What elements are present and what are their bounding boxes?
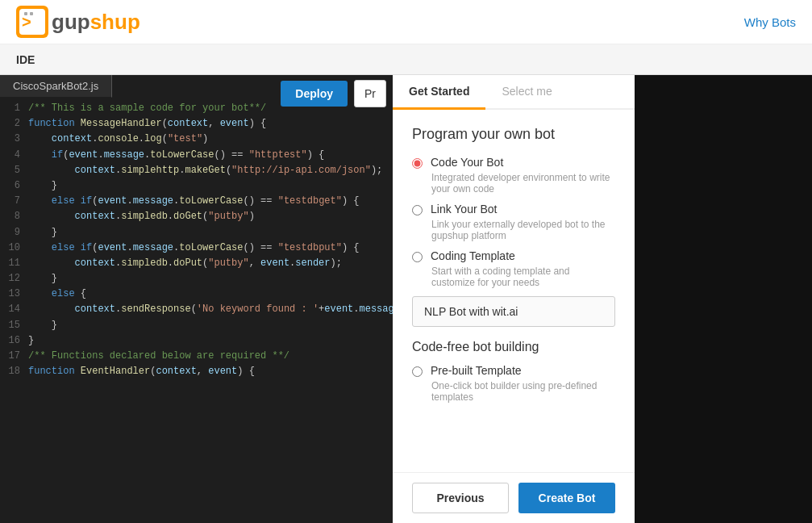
svg-text:>: > (22, 13, 31, 31)
logo-gup: gup (52, 10, 90, 34)
file-tab[interactable]: CiscoSparkBot2.js (0, 75, 112, 98)
radio-item-prebuilt: Pre-built Template (412, 364, 615, 377)
line-numbers: 12345 678910 1112131415 161718 (0, 101, 28, 379)
radio-desc-prebuilt: One-click bot builder using pre-defined … (431, 380, 615, 403)
tab-get-started[interactable]: Get Started (393, 75, 485, 110)
radio-prebuilt-template[interactable] (412, 366, 423, 377)
svg-rect-4 (30, 12, 33, 15)
radio-item-code-your-bot: Code Your Bot (412, 156, 615, 169)
setup-panel: Get Started Select me Program your own b… (393, 75, 635, 523)
svg-rect-3 (24, 12, 27, 15)
radio-desc-link-your-bot: Link your externally developed bot to th… (431, 219, 615, 241)
logo-shup: shup (90, 10, 140, 34)
code-editor-panel: Deploy Pr CiscoSparkBot2.js 12345 678910… (0, 75, 393, 523)
ide-bar: IDE (0, 44, 812, 75)
nlp-box: NLP Bot with wit.ai (412, 296, 615, 327)
ide-label: IDE (16, 53, 35, 66)
previous-button[interactable]: Previous (412, 483, 509, 513)
radio-label-coding-template[interactable]: Coding Template (431, 249, 515, 262)
section-title2: Code-free bot building (412, 340, 615, 354)
radio-item-coding-template: Coding Template (412, 249, 615, 262)
create-bot-button[interactable]: Create Bot (518, 483, 615, 513)
pr-button[interactable]: Pr (354, 80, 386, 107)
code-lines: /** This is a sample code for your bot**… (28, 101, 393, 379)
footer-buttons: Previous Create Bot (393, 472, 635, 523)
logo-text: gupshup (52, 10, 140, 35)
radio-coding-template[interactable] (412, 252, 423, 262)
header: > gupshup Why Bots (0, 0, 812, 44)
radio-code-your-bot[interactable] (412, 158, 423, 169)
radio-desc-coding-template: Start with a coding template and customi… (431, 266, 615, 288)
deploy-button[interactable]: Deploy (281, 81, 348, 107)
radio-label-code-your-bot[interactable]: Code Your Bot (431, 156, 503, 169)
radio-item-link-your-bot: Link Your Bot (412, 203, 615, 215)
radio-desc-code-your-bot: Integrated developer environment to writ… (431, 172, 615, 195)
radio-link-your-bot[interactable] (412, 205, 423, 215)
radio-label-link-your-bot[interactable]: Link Your Bot (431, 203, 498, 215)
dark-overlay (635, 75, 812, 523)
setup-content: Program your own bot Code Your Bot Integ… (393, 110, 635, 472)
deploy-bar: Deploy Pr (274, 75, 393, 112)
logo: > gupshup (16, 6, 140, 38)
tab-select-me[interactable]: Select me (485, 75, 568, 110)
logo-icon: > (16, 6, 48, 38)
tabs: Get Started Select me (393, 75, 635, 110)
section-title: Program your own bot (412, 126, 615, 143)
main-content: Deploy Pr CiscoSparkBot2.js 12345 678910… (0, 75, 812, 523)
why-bots-link[interactable]: Why Bots (744, 15, 796, 29)
radio-label-prebuilt[interactable]: Pre-built Template (431, 364, 522, 377)
code-content: 12345 678910 1112131415 161718 /** This … (0, 98, 393, 383)
